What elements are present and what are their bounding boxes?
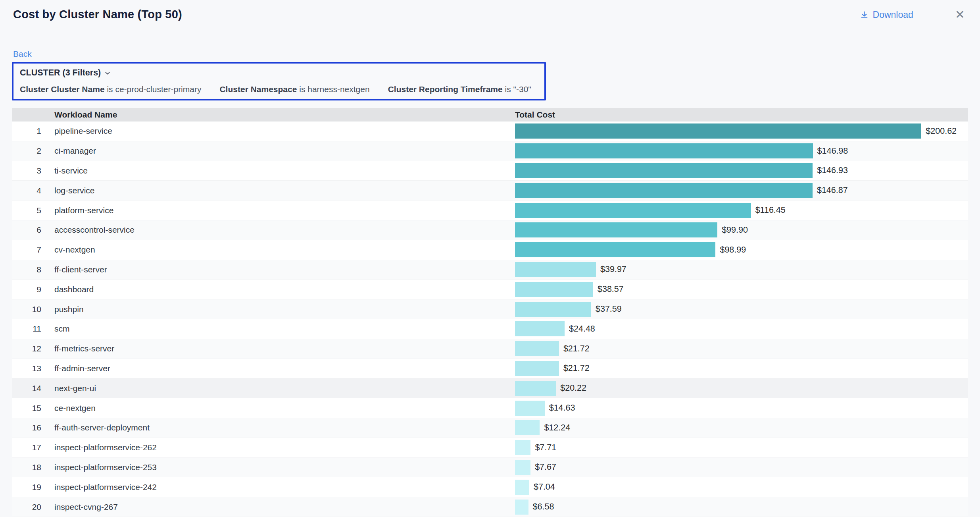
table-row[interactable]: 17 inspect-platformservice-262 $7.71: [12, 438, 968, 458]
filter-field-label: Cluster Namespace: [219, 85, 299, 94]
row-rank: 10: [12, 305, 47, 314]
table-row[interactable]: 18 inspect-platformservice-253 $7.67: [12, 458, 968, 478]
table-row[interactable]: 13 ff-admin-server $21.72: [12, 359, 968, 379]
row-cost-label: $39.97: [600, 264, 626, 274]
chevron-down-icon: [104, 70, 111, 76]
row-cost-cell: $21.72: [512, 359, 968, 378]
row-workload-name: inspect-platformservice-253: [47, 458, 512, 477]
row-cost-label: $116.45: [755, 205, 786, 215]
page-title: Cost by Cluster Name (Top 50): [13, 8, 182, 21]
row-cost-label: $98.99: [720, 245, 746, 255]
row-rank: 13: [12, 364, 47, 373]
row-cost-cell: $38.57: [512, 280, 968, 299]
filter-condition: is harness-nextgen: [299, 85, 369, 94]
row-rank: 6: [12, 225, 47, 235]
row-rank: 2: [12, 146, 47, 156]
row-workload-name: ci-manager: [47, 141, 512, 161]
row-cost-cell: $20.22: [512, 378, 968, 398]
row-workload-name: log-service: [47, 181, 512, 200]
row-workload-name: dashboard: [47, 280, 512, 299]
row-workload-name: pushpin: [47, 299, 512, 319]
row-cost-label: $146.87: [817, 185, 848, 195]
row-rank: 20: [12, 502, 47, 512]
table-row[interactable]: 12 ff-metrics-server $21.72: [12, 339, 968, 359]
table-header: Workload Name Total Cost: [12, 108, 968, 122]
filter-chip[interactable]: Cluster Reporting Timeframe is "-30": [388, 85, 531, 94]
filter-group-toggle[interactable]: CLUSTER (3 Filters): [20, 68, 538, 78]
row-cost-label: $37.59: [596, 304, 622, 314]
row-cost-label: $21.72: [563, 363, 590, 373]
modal-header: Cost by Cluster Name (Top 50) Download ✕: [0, 0, 980, 31]
row-cost-label: $7.71: [535, 443, 556, 453]
row-workload-name: inspect-platformservice-242: [47, 477, 512, 497]
download-button[interactable]: Download: [860, 10, 913, 20]
row-cost-bar: [515, 321, 565, 336]
table-row[interactable]: 1 pipeline-service $200.62: [12, 122, 968, 141]
filter-chip[interactable]: Cluster Namespace is harness-nextgen: [219, 85, 369, 94]
table-row[interactable]: 4 log-service $146.87: [12, 181, 968, 201]
row-workload-name: ff-admin-server: [47, 359, 512, 378]
filter-field-label: Cluster Cluster Name: [20, 85, 107, 94]
row-cost-bar: [515, 203, 751, 218]
table-row[interactable]: 14 next-gen-ui $20.22: [12, 378, 968, 398]
filter-group-label: CLUSTER (3 Filters): [20, 68, 101, 78]
table-row[interactable]: 3 ti-service $146.93: [12, 161, 968, 181]
row-cost-label: $24.48: [569, 324, 595, 334]
row-cost-bar: [515, 302, 591, 317]
row-cost-bar: [515, 381, 556, 396]
row-cost-label: $20.22: [560, 383, 586, 393]
row-rank: 17: [12, 443, 47, 452]
row-cost-cell: $200.62: [512, 122, 968, 141]
row-cost-label: $200.62: [926, 126, 957, 136]
row-rank: 4: [12, 186, 47, 195]
row-cost-bar: [515, 341, 559, 356]
table-row[interactable]: 5 platform-service $116.45: [12, 201, 968, 220]
row-cost-cell: $7.71: [512, 438, 968, 457]
row-cost-bar: [515, 262, 596, 277]
table-row[interactable]: 8 ff-client-server $39.97: [12, 260, 968, 280]
filter-chip[interactable]: Cluster Cluster Name is ce-prod-cluster-…: [20, 85, 201, 94]
table-row[interactable]: 19 inspect-platformservice-242 $7.04: [12, 477, 968, 497]
row-cost-cell: $14.63: [512, 398, 968, 418]
row-cost-cell: $7.67: [512, 458, 968, 477]
row-cost-label: $12.24: [544, 423, 570, 433]
table-row[interactable]: 16 ff-auth-server-deployment $12.24: [12, 418, 968, 438]
table-row[interactable]: 10 pushpin $37.59: [12, 299, 968, 319]
row-cost-bar: [515, 123, 921, 139]
row-rank: 9: [12, 285, 47, 294]
row-cost-cell: $37.59: [512, 299, 968, 319]
row-rank: 14: [12, 384, 47, 393]
row-rank: 5: [12, 206, 47, 215]
row-workload-name: ti-service: [47, 161, 512, 181]
filter-panel: CLUSTER (3 Filters) Cluster Cluster Name…: [12, 62, 546, 100]
row-workload-name: ff-metrics-server: [47, 339, 512, 359]
row-cost-cell: $7.04: [512, 477, 968, 497]
row-rank: 1: [12, 126, 47, 136]
row-workload-name: ff-auth-server-deployment: [47, 418, 512, 438]
row-rank: 3: [12, 166, 47, 176]
row-workload-name: platform-service: [47, 201, 512, 220]
row-cost-cell: $6.58: [512, 497, 968, 517]
table-row[interactable]: 11 scm $24.48: [12, 319, 968, 339]
table-row[interactable]: 2 ci-manager $146.98: [12, 141, 968, 161]
row-cost-cell: $24.48: [512, 319, 968, 339]
row-cost-bar: [515, 143, 813, 158]
row-workload-name: next-gen-ui: [47, 378, 512, 398]
row-cost-label: $21.72: [563, 344, 590, 354]
table-row[interactable]: 15 ce-nextgen $14.63: [12, 398, 968, 418]
row-cost-bar: [515, 401, 545, 416]
filter-field-label: Cluster Reporting Timeframe: [388, 85, 505, 94]
row-cost-cell: $98.99: [512, 240, 968, 260]
row-workload-name: ff-client-server: [47, 260, 512, 280]
filter-list: Cluster Cluster Name is ce-prod-cluster-…: [20, 85, 538, 94]
table-row[interactable]: 20 inspect-cvng-267 $6.58: [12, 497, 968, 517]
back-link[interactable]: Back: [13, 49, 32, 59]
row-cost-label: $6.58: [533, 502, 554, 512]
table-row[interactable]: 9 dashboard $38.57: [12, 280, 968, 299]
row-cost-label: $146.98: [817, 146, 848, 156]
row-cost-label: $14.63: [549, 403, 575, 413]
table-row[interactable]: 6 accesscontrol-service $99.90: [12, 220, 968, 240]
table-row[interactable]: 7 cv-nextgen $98.99: [12, 240, 968, 260]
close-icon[interactable]: ✕: [955, 9, 965, 21]
row-cost-bar: [515, 440, 530, 455]
